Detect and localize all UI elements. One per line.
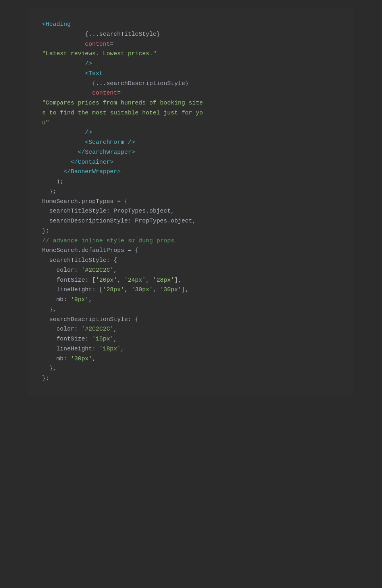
code-token: mb: [42, 356, 71, 362]
code-token: '18px' [99, 346, 121, 352]
code-line: <Heading [42, 20, 340, 30]
code-token: '15px' [92, 336, 114, 342]
code-token: </ [42, 168, 71, 175]
code-line: {...searchTitleStyle} [42, 30, 340, 40]
code-line: searchTitleStyle: PropTypes.object, [42, 207, 340, 217]
code-line: </Container> [42, 158, 340, 168]
code-token: ], [174, 277, 181, 284]
code-token: "Compares prices from hunreds of booking… [42, 100, 203, 106]
code-token: }; [42, 188, 56, 195]
code-token: content [92, 90, 117, 97]
code-token: '28px' [103, 286, 124, 293]
code-token: fontSize: [42, 336, 92, 342]
code-line: // advance inline style sử dụng props [42, 236, 340, 246]
code-line: {...searchDescriptionStyle} [42, 79, 340, 89]
code-token: .object, [167, 218, 196, 224]
code-token: SearchForm [89, 139, 124, 146]
code-token: s to find the most suitable hotel just f… [42, 110, 203, 116]
code-token: PropTypes [114, 208, 146, 215]
code-line: searchTitleStyle: { [42, 256, 340, 266]
code-line: fontSize: ['20px', '24px', '28px'], [42, 276, 340, 286]
code-token: SearchWrapper [85, 149, 131, 156]
code-token: { [42, 31, 89, 38]
code-token: , [92, 356, 96, 362]
code-token: searchDescriptionStyle [106, 80, 185, 87]
code-token: /> [124, 139, 135, 146]
code-token: , [114, 326, 117, 333]
code-token: content [85, 41, 110, 48]
code-line: color: '#2C2C2C', [42, 266, 340, 276]
code-line: </SearchWrapper> [42, 148, 340, 158]
code-token: searchTitleStyle: { [42, 257, 117, 264]
code-token: Container [78, 159, 110, 166]
code-line: }; [42, 226, 340, 236]
code-token: = [117, 90, 121, 97]
code-token: '#2C2C2C' [81, 267, 114, 274]
code-token: '20px' [96, 277, 117, 284]
code-line: HomeSearch.defaultProps = { [42, 246, 340, 256]
code-token: searchDescriptionStyle: { [42, 316, 139, 323]
code-token: BannerWrapper [71, 168, 117, 175]
code-token: searchDescriptionStyle: [42, 218, 135, 224]
code-line: lineHeight: '18px', [42, 344, 340, 354]
code-token: > [110, 159, 114, 166]
code-token: > [131, 149, 135, 156]
code-line: }; [42, 374, 340, 384]
code-token: ... [96, 80, 106, 87]
code-token: = [110, 41, 114, 48]
code-token: color: [42, 326, 81, 333]
code-token: { [42, 80, 96, 87]
code-token: .propTypes = { [78, 198, 128, 205]
code-token: '#2C2C2C' [81, 326, 114, 333]
code-token: Text [89, 70, 103, 77]
code-token: }, [42, 306, 56, 313]
code-token: /> [42, 129, 92, 136]
code-token: '30px' [71, 356, 92, 362]
code-line: lineHeight: ['28px', '30px', '30px'], [42, 285, 340, 295]
code-line: searchDescriptionStyle: PropTypes.object… [42, 217, 340, 226]
code-line: u" [42, 118, 340, 128]
code-token: lineHeight: [42, 346, 99, 352]
code-token: PropTypes [135, 218, 167, 224]
code-line: color: '#2C2C2C', [42, 325, 340, 335]
code-token: < [42, 139, 89, 146]
code-token: , [117, 277, 124, 284]
code-line: }, [42, 305, 340, 315]
code-token: "Latest reviews. Lowest prices." [42, 50, 156, 57]
code-token: searchTitleStyle: [42, 208, 114, 215]
code-line: /> [42, 59, 340, 69]
code-token: HomeSearch [42, 198, 78, 205]
code-line: /> [42, 128, 340, 138]
code-line: }; [42, 187, 340, 197]
code-token: searchTitleStyle [99, 31, 156, 38]
code-token: '28px' [153, 277, 174, 284]
code-token: , [89, 296, 92, 303]
code-line: ); [42, 177, 340, 187]
code-content: <Heading {...searchTitleStyle} content="… [42, 20, 340, 384]
code-token: </ [42, 159, 78, 166]
code-line: }, [42, 364, 340, 374]
code-line: "Latest reviews. Lowest prices." [42, 49, 340, 59]
code-token: </ [42, 149, 85, 156]
code-line: fontSize: '15px', [42, 335, 340, 344]
code-line: mb: '9px', [42, 295, 340, 305]
code-token: '24px' [124, 277, 146, 284]
code-line: </BannerWrapper> [42, 167, 340, 177]
code-token: }, [42, 365, 56, 372]
code-line: content= [42, 40, 340, 50]
code-token: u" [42, 120, 49, 126]
code-token: HomeSearch [42, 247, 78, 254]
code-token: ... [89, 31, 99, 38]
code-line: s to find the most suitable hotel just f… [42, 108, 340, 118]
code-token: }; [42, 375, 49, 382]
code-token: , [124, 286, 131, 293]
code-token: .object, [146, 208, 174, 215]
code-token: }; [42, 228, 49, 234]
code-token [42, 41, 85, 48]
code-token: Heading [46, 21, 71, 28]
code-line: <Text [42, 69, 340, 79]
code-token: , [121, 346, 124, 352]
code-editor: <Heading {...searchTitleStyle} content="… [28, 8, 354, 396]
code-token: '9px' [71, 296, 89, 303]
code-token: < [42, 21, 46, 28]
